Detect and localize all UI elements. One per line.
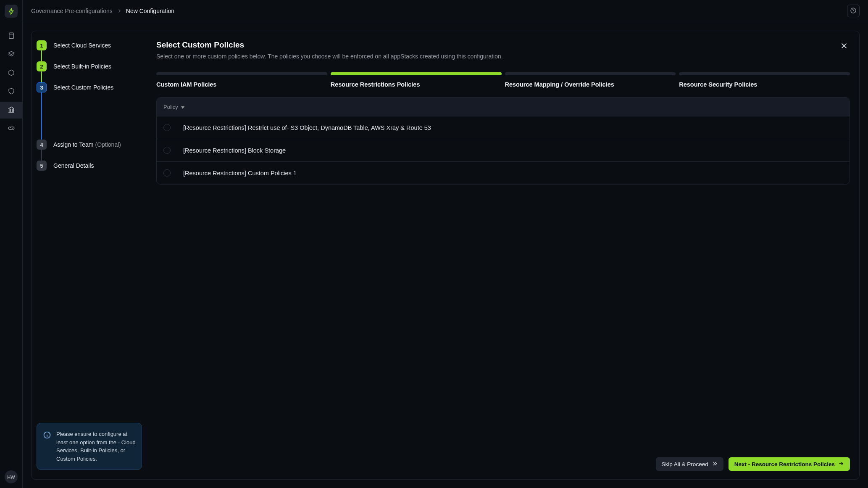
hexagon-icon <box>8 69 15 78</box>
next-button[interactable]: Next - Resource Restrictions Policies <box>729 457 850 471</box>
close-icon <box>839 41 849 52</box>
svg-rect-0 <box>9 33 13 39</box>
policy-name: [Resource Restrictions] Block Storage <box>183 147 286 154</box>
tab-custom-iam[interactable]: Custom IAM Policies <box>156 72 327 88</box>
table-row[interactable]: [Resource Restrictions] Block Storage <box>157 139 850 161</box>
step-4[interactable]: 4 Assign to Team(Optional) <box>37 140 142 150</box>
policy-name: [Resource Restrictions] Custom Policies … <box>183 170 297 177</box>
rail-item-link[interactable] <box>0 120 23 137</box>
step-badge: 5 <box>37 161 47 171</box>
institution-icon <box>8 106 15 115</box>
rail-item-governance[interactable] <box>0 102 23 119</box>
select-radio[interactable] <box>163 169 171 177</box>
breadcrumb-item-root[interactable]: Governance Pre-configurations <box>31 8 113 14</box>
table-row[interactable]: [Resource Restrictions] Custom Policies … <box>157 161 850 184</box>
column-header-policy[interactable]: Policy <box>163 104 185 110</box>
step-badge: 2 <box>37 61 47 71</box>
step-2[interactable]: 2 Select Built-in Policies <box>37 61 142 71</box>
stepper-sidebar: 1 Select Cloud Services 2 Select Built-i… <box>32 31 147 479</box>
step-label: Select Built-in Policies <box>53 63 111 70</box>
policy-name: [Resource Restrictions] Restrict use of-… <box>183 124 431 131</box>
step-badge: 3 <box>37 82 47 92</box>
page-title: Select Custom Policies <box>156 40 503 50</box>
rail-item-book[interactable] <box>0 28 23 45</box>
info-alert: Please ensure to configure at least one … <box>37 423 142 470</box>
step-label: Assign to Team(Optional) <box>53 141 121 148</box>
page-subtitle: Select one or more custom policies below… <box>156 53 503 60</box>
shield-icon <box>8 87 15 96</box>
tab-resource-security[interactable]: Resource Security Policies <box>679 72 850 88</box>
help-button[interactable] <box>847 5 860 17</box>
step-5[interactable]: 5 General Details <box>37 161 142 171</box>
info-text: Please ensure to configure at least one … <box>56 430 136 463</box>
step-label: Select Cloud Services <box>53 42 111 49</box>
close-button[interactable] <box>838 40 850 52</box>
select-radio[interactable] <box>163 124 171 131</box>
book-icon <box>8 32 15 41</box>
side-rail: HW <box>0 0 23 488</box>
user-avatar[interactable]: HW <box>5 470 18 483</box>
info-icon <box>43 430 51 463</box>
skip-button[interactable]: Skip All & Proceed <box>656 457 723 471</box>
chevron-right-icon <box>117 8 122 13</box>
policy-tabs: Custom IAM Policies Resource Restriction… <box>156 72 850 88</box>
rail-item-hexagon[interactable] <box>0 65 23 82</box>
tab-resource-restrictions[interactable]: Resource Restrictions Policies <box>331 72 502 88</box>
table-row[interactable]: [Resource Restrictions] Restrict use of-… <box>157 116 850 139</box>
step-1[interactable]: 1 Select Cloud Services <box>37 40 142 50</box>
app-logo[interactable] <box>5 5 18 18</box>
step-3[interactable]: 3 Select Custom Policies <box>37 82 142 92</box>
arrow-right-icon <box>838 461 844 468</box>
step-badge: 1 <box>37 40 47 50</box>
layers-icon <box>8 50 15 59</box>
breadcrumb: Governance Pre-configurations New Config… <box>31 8 174 14</box>
link-icon <box>8 124 15 133</box>
sort-icon <box>181 104 185 110</box>
topbar: Governance Pre-configurations New Config… <box>23 0 868 22</box>
double-chevron-right-icon <box>712 461 718 468</box>
step-badge: 4 <box>37 140 47 150</box>
select-radio[interactable] <box>163 147 171 154</box>
policy-table: Policy [Resource Restrictions] Restrict … <box>156 97 850 185</box>
step-label: Select Custom Policies <box>53 84 113 91</box>
rail-item-layers[interactable] <box>0 46 23 63</box>
step-label: General Details <box>53 162 94 169</box>
rail-item-shield[interactable] <box>0 83 23 100</box>
breadcrumb-item-current: New Configuration <box>126 8 174 14</box>
tab-resource-mapping[interactable]: Resource Mapping / Override Policies <box>505 72 676 88</box>
help-icon <box>850 7 857 15</box>
